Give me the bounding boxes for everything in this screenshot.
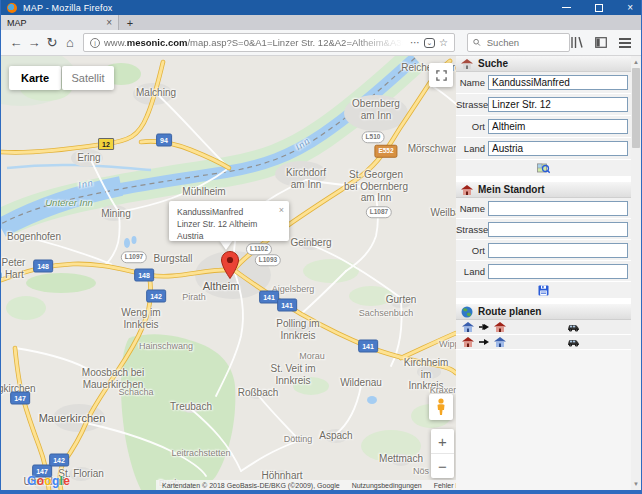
my-location-section-title: Mein Standort <box>478 184 545 195</box>
road-shield: L1093 <box>255 254 281 266</box>
my-location-section-header: Mein Standort <box>456 182 631 198</box>
search-country-row: Land <box>456 138 631 160</box>
scrollbar-thumb[interactable] <box>632 68 640 148</box>
info-window: × KandussiManfred Linzer Str. 12 Altheim… <box>169 201 289 241</box>
info-window-title: KandussiManfred <box>177 207 281 219</box>
map-canvas[interactable]: MalchingEringObernberg am InnReichersber… <box>1 56 456 490</box>
window-title: MAP - Mozilla Firefox <box>23 3 113 13</box>
search-icon <box>473 38 481 47</box>
search-street-row: Strasse <box>456 94 631 116</box>
house-icon <box>461 59 473 69</box>
reload-icon[interactable]: ↻ <box>43 35 61 50</box>
search-section-header: Suche <box>456 56 631 72</box>
zoom-control: + − <box>431 429 454 478</box>
scroll-down-icon[interactable]: ▼ <box>631 478 641 490</box>
map-type-map-button[interactable]: Karte <box>9 66 61 90</box>
map-type-satellite-button[interactable]: Satellit <box>62 66 114 90</box>
tab-close-icon[interactable]: × <box>106 18 112 28</box>
search-country-label: Land <box>456 143 488 154</box>
pegman-icon <box>435 398 447 416</box>
arrow-right-icon <box>479 338 489 346</box>
map-search-submit-icon[interactable] <box>537 162 550 174</box>
info-window-close-icon[interactable]: × <box>279 204 284 217</box>
road-shield: 94 <box>156 134 172 147</box>
road-shield: 12 <box>98 138 114 150</box>
save-icon[interactable] <box>538 285 549 296</box>
car-icon[interactable] <box>567 338 580 347</box>
page-actions-icon[interactable]: ⋯ <box>410 37 420 48</box>
route-row-outbound[interactable] <box>456 320 631 335</box>
location-name-label: Name <box>456 203 488 214</box>
road-shield: L1102 <box>246 243 272 255</box>
location-country-row: Land <box>456 261 631 282</box>
search-street-input[interactable] <box>488 97 628 112</box>
road-shield: 142 <box>146 290 166 303</box>
blue-house-icon <box>494 337 506 347</box>
fullscreen-icon <box>436 70 447 81</box>
minimize-button[interactable] <box>562 7 571 8</box>
info-window-address: Linzer Str. 12 Altheim Austria <box>177 219 281 243</box>
search-section-title: Suche <box>478 58 508 69</box>
firefox-icon <box>7 3 17 13</box>
pocket-icon[interactable]: ⌄ <box>424 38 435 48</box>
road-shield: 148 <box>134 269 154 282</box>
blue-house-icon <box>462 322 474 332</box>
location-city-row: Ort <box>456 240 631 261</box>
search-street-label: Strasse <box>456 99 488 110</box>
location-name-row: Name <box>456 198 631 219</box>
browser-search-bar[interactable] <box>467 33 570 52</box>
library-icon[interactable] <box>570 37 583 48</box>
location-city-input[interactable] <box>488 243 628 258</box>
road-shield: 147 <box>10 392 30 405</box>
search-country-input[interactable] <box>488 141 628 156</box>
route-section-title: Route planen <box>478 306 541 317</box>
sidebar-toggle-icon[interactable] <box>595 37 607 48</box>
search-submit-row <box>456 160 631 176</box>
menu-icon[interactable] <box>619 38 631 48</box>
maximize-button[interactable] <box>595 4 603 12</box>
road-shield: 141 <box>277 299 297 312</box>
car-icon[interactable] <box>567 323 580 332</box>
tab-map[interactable]: MAP × <box>1 15 119 30</box>
location-street-label: Strasse <box>456 224 488 235</box>
pegman-button[interactable] <box>429 394 453 420</box>
back-icon[interactable]: ← <box>7 35 25 50</box>
attribution-terms-link[interactable]: Nutzungsbedingungen <box>352 482 422 489</box>
site-info-icon[interactable]: i <box>90 38 100 48</box>
zoom-out-button[interactable]: − <box>431 454 454 478</box>
road-shield: 141 <box>259 291 279 304</box>
location-country-input[interactable] <box>488 264 628 279</box>
search-name-label: Name <box>456 77 488 88</box>
home-icon[interactable]: ⌂ <box>61 35 79 50</box>
attribution-report-link[interactable]: Fehler bei Google Maps melden <box>434 482 456 489</box>
google-logo[interactable]: Google <box>27 474 70 488</box>
bookmark-star-icon[interactable]: ☆ <box>439 37 448 48</box>
forward-icon[interactable]: → <box>25 35 43 50</box>
road-shield: 148 <box>33 260 53 273</box>
search-input[interactable] <box>485 36 564 49</box>
route-row-return[interactable] <box>456 335 631 350</box>
close-button[interactable]: × <box>627 4 633 12</box>
location-country-label: Land <box>456 266 488 277</box>
zoom-in-button[interactable]: + <box>431 429 454 454</box>
road-shield: L1097 <box>121 251 147 263</box>
search-name-input[interactable] <box>488 75 628 90</box>
arrow-right-icon <box>479 323 489 331</box>
page-scrollbar[interactable]: ▲ ▼ <box>631 56 641 490</box>
search-city-input[interactable] <box>488 119 628 134</box>
scroll-up-icon[interactable]: ▲ <box>631 56 641 68</box>
map-marker-pin[interactable] <box>221 251 239 283</box>
route-section-header: Route planen <box>456 304 631 320</box>
sidebar: Suche Name Strasse Ort Land <box>456 56 631 490</box>
sidebar-filler <box>456 350 631 490</box>
title-bar: MAP - Mozilla Firefox × <box>1 0 641 15</box>
location-street-input[interactable] <box>488 222 628 237</box>
location-street-row: Strasse <box>456 219 631 240</box>
map-attribution: Kartendaten © 2018 GeoBasis-DE/BKG (©200… <box>156 480 456 490</box>
location-name-input[interactable] <box>488 201 628 216</box>
url-text: www.mesonic.com/map.asp?S=0&A1=Linzer St… <box>104 37 406 48</box>
attribution-copyright: Kartendaten © 2018 GeoBasis-DE/BKG (©200… <box>162 482 340 489</box>
new-tab-button[interactable]: + <box>119 15 141 30</box>
url-bar[interactable]: i www.mesonic.com/map.asp?S=0&A1=Linzer … <box>83 33 455 52</box>
fullscreen-button[interactable] <box>429 63 453 87</box>
